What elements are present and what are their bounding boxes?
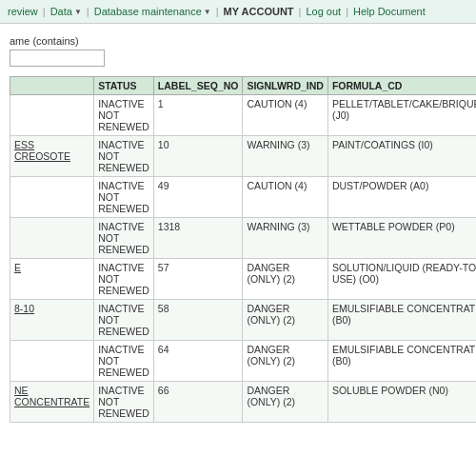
nav-help[interactable]: Help Document <box>353 6 426 17</box>
cell-formula: EMULSIFIABLE CONCENTRATE (B0) <box>327 300 476 341</box>
nav-db-caret: ▼ <box>204 8 211 16</box>
cell-name[interactable]: ESS CREOSOTE <box>10 136 94 177</box>
table-header-row: STATUS LABEL_SEQ_NO SIGNLWRD_IND FORMULA… <box>10 77 477 95</box>
cell-formula: WETTABLE POWDER (P0) <box>327 218 476 259</box>
cell-label-seq: 49 <box>153 177 243 218</box>
sep5: | <box>346 6 348 17</box>
navbar: review | Data ▼ | Database maintenance ▼… <box>0 0 476 24</box>
th-sign[interactable]: SIGNLWRD_IND <box>243 77 328 95</box>
cell-sign: CAUTION (4) <box>243 95 328 136</box>
cell-status: INACTIVE NOT RENEWED <box>94 300 154 341</box>
cell-name <box>10 95 94 136</box>
nav-my-account[interactable]: MY ACCOUNT <box>224 6 294 17</box>
cell-sign: WARNING (3) <box>243 218 328 259</box>
sep3: | <box>216 6 219 17</box>
cell-sign: WARNING (3) <box>243 136 328 177</box>
cell-formula: SOLUTION/LIQUID (READY-TO-USE) (O0) <box>327 259 476 300</box>
cell-name <box>10 177 94 218</box>
nav-data-label[interactable]: Data <box>50 6 72 17</box>
nav-review[interactable]: review <box>8 6 38 17</box>
cell-label-seq: 64 <box>153 341 243 382</box>
table-row: NE CONCENTRATEINACTIVE NOT RENEWED66DANG… <box>10 382 477 423</box>
cell-status: INACTIVE NOT RENEWED <box>94 341 154 382</box>
cell-label-seq: 10 <box>153 136 243 177</box>
table-row: ESS CREOSOTEINACTIVE NOT RENEWED10WARNIN… <box>10 136 477 177</box>
cell-status: INACTIVE NOT RENEWED <box>94 177 154 218</box>
th-status[interactable]: STATUS <box>94 77 154 95</box>
cell-sign: DANGER (ONLY) (2) <box>243 259 328 300</box>
cell-label-seq: 58 <box>153 300 243 341</box>
table-row: 8-10INACTIVE NOT RENEWED58DANGER (ONLY) … <box>10 300 477 341</box>
sep2: | <box>87 6 89 17</box>
nav-data-dropdown[interactable]: Data ▼ <box>50 6 82 17</box>
cell-status: INACTIVE NOT RENEWED <box>94 218 154 259</box>
table-row: INACTIVE NOT RENEWED64DANGER (ONLY) (2)E… <box>10 341 477 382</box>
cell-formula: DUST/POWDER (A0) <box>327 177 476 218</box>
data-table: STATUS LABEL_SEQ_NO SIGNLWRD_IND FORMULA… <box>10 76 476 423</box>
cell-formula: PELLET/TABLET/CAKE/BRIQUET (J0) <box>327 95 476 136</box>
cell-name[interactable]: 8-10 <box>10 300 94 341</box>
cell-label-seq: 66 <box>153 382 243 423</box>
cell-status: INACTIVE NOT RENEWED <box>94 95 154 136</box>
nav-db-label[interactable]: Database maintenance <box>94 6 202 17</box>
th-name <box>10 77 94 95</box>
sep4: | <box>299 6 302 17</box>
nav-data-caret: ▼ <box>74 8 82 16</box>
cell-sign: DANGER (ONLY) (2) <box>243 341 328 382</box>
cell-sign: CAUTION (4) <box>243 177 328 218</box>
sep1: | <box>43 6 46 17</box>
cell-status: INACTIVE NOT RENEWED <box>94 259 154 300</box>
cell-label-seq: 1318 <box>153 218 243 259</box>
th-formula[interactable]: FORMULA_CD <box>327 77 476 95</box>
cell-formula: PAINT/COATINGS (I0) <box>327 136 476 177</box>
cell-label-seq: 57 <box>153 259 243 300</box>
nav-logout[interactable]: Log out <box>306 6 341 17</box>
th-label-seq[interactable]: LABEL_SEQ_NO <box>153 77 243 95</box>
table-row: INACTIVE NOT RENEWED1CAUTION (4)PELLET/T… <box>10 95 477 136</box>
search-input[interactable] <box>10 50 105 67</box>
cell-label-seq: 1 <box>153 95 243 136</box>
cell-formula: EMULSIFIABLE CONCENTRATE (B0) <box>327 341 476 382</box>
table-row: INACTIVE NOT RENEWED1318WARNING (3)WETTA… <box>10 218 477 259</box>
cell-name <box>10 341 94 382</box>
main-content: ame (contains) STATUS LABEL_SEQ_NO SIGNL… <box>0 24 476 428</box>
table-row: INACTIVE NOT RENEWED49CAUTION (4)DUST/PO… <box>10 177 477 218</box>
search-section: ame (contains) <box>10 35 466 67</box>
cell-formula: SOLUBLE POWDER (N0) <box>327 382 476 423</box>
cell-name[interactable]: NE CONCENTRATE <box>10 382 94 423</box>
table-row: EINACTIVE NOT RENEWED57DANGER (ONLY) (2)… <box>10 259 477 300</box>
cell-sign: DANGER (ONLY) (2) <box>243 382 328 423</box>
nav-db-maintenance-dropdown[interactable]: Database maintenance ▼ <box>94 6 211 17</box>
cell-status: INACTIVE NOT RENEWED <box>94 382 154 423</box>
cell-status: INACTIVE NOT RENEWED <box>94 136 154 177</box>
search-label: ame (contains) <box>10 35 466 47</box>
cell-name[interactable]: E <box>10 259 94 300</box>
cell-name <box>10 218 94 259</box>
cell-sign: DANGER (ONLY) (2) <box>243 300 328 341</box>
